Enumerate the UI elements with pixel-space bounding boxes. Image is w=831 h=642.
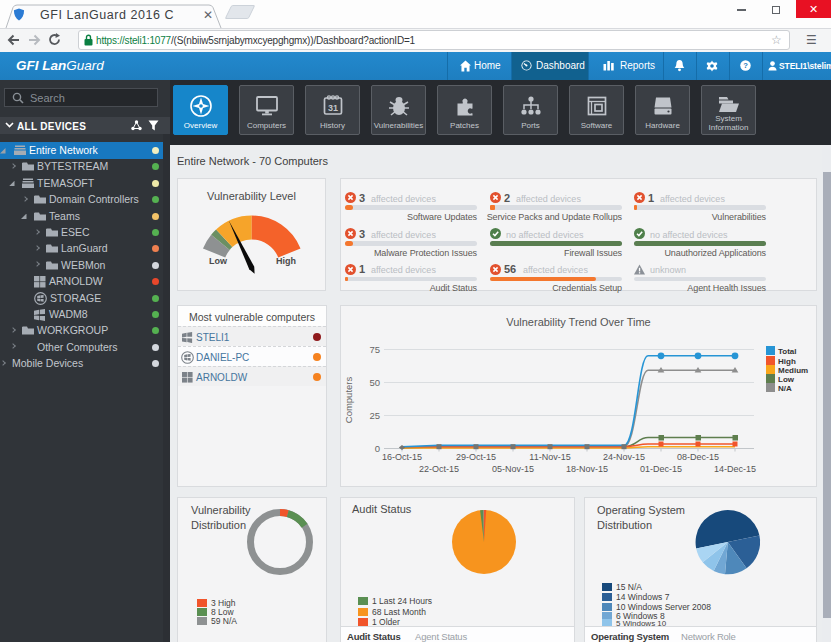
svg-text:?: ? — [743, 61, 748, 70]
svg-text:Low: Low — [778, 375, 795, 384]
svg-text:08-Dec-15: 08-Dec-15 — [677, 452, 719, 462]
svg-text:16-Oct-15: 16-Oct-15 — [382, 452, 422, 462]
svg-text:31: 31 — [327, 103, 337, 113]
svg-text:N/A: N/A — [778, 384, 792, 393]
svg-text:05-Nov-15: 05-Nov-15 — [492, 464, 534, 474]
svg-text:11-Nov-15: 11-Nov-15 — [529, 452, 570, 462]
svg-text:25: 25 — [369, 410, 380, 421]
svg-text:14-Dec-15: 14-Dec-15 — [714, 464, 756, 474]
svg-text:18-Nov-15: 18-Nov-15 — [566, 464, 608, 474]
svg-text:Medium: Medium — [778, 366, 808, 375]
svg-text:29-Oct-15: 29-Oct-15 — [456, 452, 496, 462]
svg-text:75: 75 — [369, 344, 380, 355]
svg-text:High: High — [778, 357, 796, 366]
svg-text:24-Nov-15: 24-Nov-15 — [603, 452, 645, 462]
svg-text:01-Dec-15: 01-Dec-15 — [640, 464, 682, 474]
svg-text:0: 0 — [375, 443, 380, 454]
svg-text:Total: Total — [778, 347, 797, 356]
svg-text:22-Oct-15: 22-Oct-15 — [419, 464, 459, 474]
svg-text:Low: Low — [209, 256, 228, 266]
svg-text:50: 50 — [369, 377, 380, 388]
svg-text:High: High — [276, 256, 296, 266]
svg-text:Computers: Computers — [343, 377, 354, 424]
